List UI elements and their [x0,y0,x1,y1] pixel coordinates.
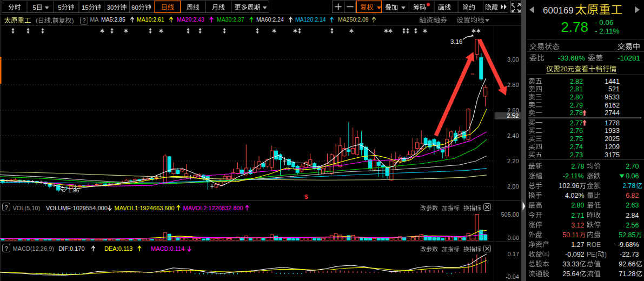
svg-text:2.70: 2.70 [626,163,639,170]
svg-text:MA5:2.85: MA5:2.85 [101,16,125,23]
svg-text:102.96: 102.96 [559,182,579,190]
svg-text:60: 60 [131,4,138,11]
svg-text:3.16: 3.16 [450,38,462,45]
svg-text:2.79: 2.79 [570,102,583,109]
svg-text:15: 15 [82,4,89,11]
svg-text:2.81: 2.81 [570,85,583,93]
svg-text:ROE: ROE [587,241,601,249]
svg-text:33.33: 33.33 [562,260,579,268]
svg-text:50.11: 50.11 [562,231,579,239]
svg-text:30: 30 [107,4,114,11]
svg-text:2.82: 2.82 [570,78,583,85]
svg-text:521: 521 [608,85,620,93]
svg-text:MA10:2.61: MA10:2.61 [137,16,164,23]
svg-text:2.80: 2.80 [570,93,583,101]
svg-text:0.06: 0.06 [626,172,639,180]
svg-text:1441: 1441 [605,78,620,85]
svg-text:2.40: 2.40 [507,132,519,139]
svg-text:2.00: 2.00 [507,183,519,190]
svg-text:2.20: 2.20 [507,158,519,164]
svg-text:-33.68%: -33.68% [558,54,585,62]
svg-text:): ) [72,17,74,24]
svg-text:2.78: 2.78 [561,19,588,35]
svg-text:52.85: 52.85 [619,231,635,239]
svg-text:2.63: 2.63 [626,202,639,209]
svg-text:2.78: 2.78 [570,109,583,117]
svg-text:0.00: 0.00 [508,235,519,241]
svg-text:2744: 2744 [605,109,620,117]
svg-text:9533: 9533 [605,93,620,101]
svg-text:4.02%: 4.02% [565,192,584,199]
svg-text:DIF:0.170: DIF:0.170 [58,245,84,252]
svg-text:600169: 600169 [543,5,574,16]
svg-text:-9.68%: -9.68% [618,241,639,249]
svg-text:2.75: 2.75 [570,135,583,143]
svg-text:(: ( [36,17,38,24]
svg-text:1209: 1209 [605,143,620,151]
svg-text:-2.11%: -2.11% [563,172,584,180]
svg-text:MACD:0.114: MACD:0.114 [151,245,184,252]
svg-text:MA: MA [90,16,98,23]
svg-text:2.73: 2.73 [570,151,583,159]
svg-text:2025: 2025 [605,135,620,143]
svg-text:): ) [605,251,607,258]
svg-text:$: $ [304,193,308,200]
svg-text:2.84: 2.84 [626,212,639,219]
svg-text:PE(: PE( [587,251,597,258]
svg-text:- 2.11%: - 2.11% [595,27,620,35]
svg-text:2.74: 2.74 [570,143,583,151]
svg-text:2.78: 2.78 [622,182,635,190]
svg-text:20: 20 [560,65,568,73]
svg-text:?: ? [4,204,8,211]
svg-text:MAVOL1:1924663.600: MAVOL1:1924663.600 [115,205,175,211]
svg-text:DEA:0.113: DEA:0.113 [104,245,132,252]
svg-text:1933: 1933 [605,127,620,135]
svg-text:505.00: 505.00 [501,211,519,218]
svg-text:1778: 1778 [605,119,620,127]
svg-text:-0.092: -0.092 [565,251,584,258]
svg-text:0.17: 0.17 [508,251,519,257]
svg-text:?: ? [83,17,86,24]
svg-text:3175: 3175 [605,151,620,159]
svg-text:-0.04: -0.04 [506,273,519,280]
svg-text:2.52: 2.52 [507,112,519,119]
svg-text:71.28: 71.28 [619,270,635,278]
svg-text:MA120:2.14: MA120:2.14 [295,16,326,23]
svg-text:2.56: 2.56 [626,222,639,229]
svg-text:VOL(5,10): VOL(5,10) [13,205,41,211]
svg-text:,: , [51,17,52,24]
svg-text:1.96: 1.96 [68,187,79,193]
svg-text:3.12: 3.12 [571,222,584,229]
svg-text:MA30:2.37: MA30:2.37 [217,16,244,23]
svg-text:- 0.06: - 0.06 [595,18,614,26]
svg-text:?: ? [4,245,8,252]
svg-text:2.80: 2.80 [571,202,584,209]
svg-text:6.82: 6.82 [626,192,639,199]
svg-text:-22.73: -22.73 [620,251,639,258]
svg-text:VOLUME:1029554.000: VOLUME:1029554.000 [46,205,108,211]
svg-text:3.00: 3.00 [507,56,519,63]
svg-text:MACD(12,26,9): MACD(12,26,9) [13,245,54,252]
svg-text:2.80: 2.80 [507,82,519,88]
svg-text:2.71: 2.71 [571,212,584,219]
svg-text:2.76: 2.76 [570,127,583,135]
svg-text:MA60:2.24: MA60:2.24 [256,16,284,23]
svg-text:2.77: 2.77 [570,119,583,127]
svg-text:MA20:2.43: MA20:2.43 [177,16,204,23]
svg-text:92.66: 92.66 [619,260,635,268]
svg-text:MAVOL2:1220832.800: MAVOL2:1220832.800 [183,205,243,211]
svg-text:MA250:2.09: MA250:2.09 [338,16,369,23]
svg-text:5: 5 [58,4,61,11]
svg-text:6162: 6162 [605,102,620,109]
svg-text:-10281: -10281 [618,54,640,62]
svg-text:1.27: 1.27 [571,241,584,249]
svg-text:5: 5 [32,4,36,11]
svg-text:25.64: 25.64 [562,270,579,278]
svg-text:2.78: 2.78 [571,163,584,170]
